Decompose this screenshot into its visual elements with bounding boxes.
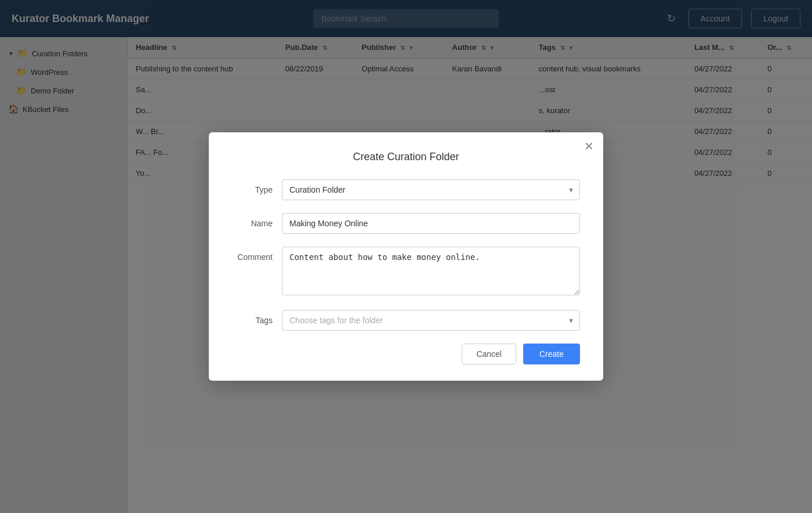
tags-control: Choose tags for the folder [282, 310, 580, 331]
type-select[interactable]: Curation FolderKBucket Folder [282, 179, 580, 200]
create-folder-modal: ✕ Create Curation Folder Type Curation F… [209, 132, 603, 381]
name-input[interactable] [282, 213, 580, 234]
type-select-wrap: Curation FolderKBucket Folder [282, 179, 580, 200]
cancel-button[interactable]: Cancel [462, 344, 516, 364]
form-row-type: Type Curation FolderKBucket Folder [232, 179, 580, 200]
name-control [282, 213, 580, 234]
tags-label: Tags [232, 310, 273, 325]
modal-title: Create Curation Folder [232, 151, 580, 163]
tags-select-wrap: Choose tags for the folder [282, 310, 580, 331]
type-label: Type [232, 179, 273, 194]
modal-footer: Cancel Create [232, 344, 580, 364]
create-button[interactable]: Create [523, 344, 580, 364]
type-control: Curation FolderKBucket Folder [282, 179, 580, 200]
name-label: Name [232, 213, 273, 228]
comment-control [282, 247, 580, 297]
form-row-tags: Tags Choose tags for the folder [232, 310, 580, 331]
modal-overlay: ✕ Create Curation Folder Type Curation F… [0, 0, 812, 513]
form-row-name: Name [232, 213, 580, 234]
form-row-comment: Comment [232, 247, 580, 297]
modal-close-button[interactable]: ✕ [584, 140, 594, 152]
comment-textarea[interactable] [282, 247, 580, 295]
tags-input[interactable]: Choose tags for the folder [282, 310, 580, 331]
comment-label: Comment [232, 247, 273, 262]
